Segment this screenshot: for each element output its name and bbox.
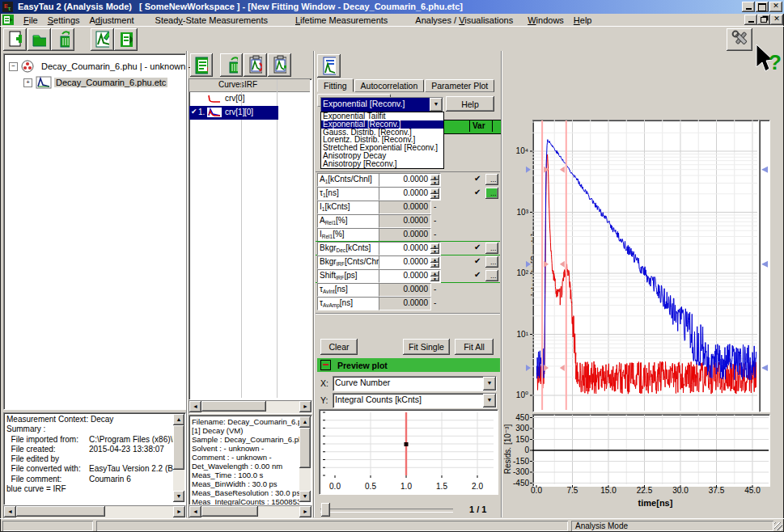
title-bar[interactable]: E τ EasyTau 2 (Analysis Mode) [ SomeNewW… — [0, 0, 784, 14]
fileinfo-vscrollbar[interactable]: ▲ ▼ — [299, 416, 311, 502]
curve-row[interactable]: crv[0] — [189, 92, 313, 106]
decay-curve-icon — [36, 76, 52, 91]
menu-windows[interactable]: Windows — [523, 15, 569, 25]
curve-slider-thumb[interactable] — [321, 503, 330, 517]
irf-column-header[interactable]: IRF — [244, 80, 257, 89]
param-vary-checkbox[interactable]: ✔ — [474, 270, 481, 279]
save-report-button[interactable] — [190, 53, 213, 77]
param-more-button[interactable]: ... — [485, 256, 498, 268]
remove-from-clipboard-button[interactable] — [244, 53, 267, 77]
mdi-close-button[interactable]: ✕ — [770, 15, 783, 25]
cursor-handle[interactable] — [526, 167, 531, 173]
tree-item-label[interactable]: Decay_Coumarin_6.phu | - unknown - — [40, 61, 193, 71]
menu-settings[interactable]: Settings — [43, 15, 85, 25]
file-info-panel: Filename: Decay_Coumarin_6.phu.e[1] Deca… — [189, 415, 312, 505]
menu-lifetime-measurements[interactable]: Lifetime Measurements — [290, 15, 392, 25]
param-value-input[interactable]: 0.0000▲▼ — [379, 269, 441, 283]
close-button[interactable]: ✕ — [769, 2, 782, 12]
svg-text:?: ? — [769, 50, 782, 74]
curves-hscrollbar[interactable]: ◄ ► — [189, 400, 312, 414]
tree-item-label[interactable]: Decay_Coumarin_6.phu.etc — [54, 78, 167, 87]
report-button[interactable] — [317, 54, 341, 78]
measurement-context-panel: Measurement Context: DecaySummary : File… — [3, 412, 186, 505]
y-axis-select[interactable]: Integral Counts [kCnts] ▼ — [333, 393, 497, 408]
y-tick-label: 10¹ — [509, 330, 528, 339]
param-value-input[interactable]: 0.0000▲▼ — [379, 255, 441, 269]
add-to-clipboard-button[interactable] — [268, 53, 291, 77]
param-value-input[interactable]: 0.0000▲▼ — [379, 187, 441, 201]
param-more-button[interactable]: ... — [485, 243, 498, 254]
x-axis-select[interactable]: Curve Number ▼ — [333, 376, 497, 391]
param-error: - — [434, 188, 436, 197]
main-plot[interactable] — [532, 120, 759, 412]
context-hscrollbar[interactable]: ◄ ► — [3, 505, 186, 519]
menu-steady-state-measurements[interactable]: Steady-State Measurements — [150, 15, 273, 25]
param-value-input[interactable]: 0.0000▲▼ — [379, 242, 441, 255]
y-axis-label: Y: — [320, 395, 328, 405]
param-vary-checkbox[interactable]: ✔ — [474, 243, 481, 251]
clipboard-add-icon — [273, 55, 286, 75]
curve-slider-track[interactable] — [320, 509, 453, 513]
open-workspace-button[interactable] — [28, 28, 51, 51]
tools-button[interactable] — [727, 28, 752, 51]
tab-parameter-plot[interactable]: Parameter Plot — [425, 79, 494, 92]
model-dropdown-list: Exponential TailfitExponential [Reconv.]… — [320, 112, 444, 169]
minimize-button[interactable] — [742, 2, 755, 12]
menu-file[interactable]: File — [19, 15, 43, 25]
help-button[interactable]: Help — [446, 96, 494, 112]
chevron-down-icon[interactable]: ▼ — [483, 377, 496, 391]
cursor-handle[interactable] — [526, 365, 531, 371]
menu-help[interactable]: Help — [569, 15, 597, 25]
mdi-minimize-button[interactable] — [744, 15, 757, 25]
fit-single-button[interactable]: Fit Single — [403, 339, 450, 355]
workspace-tree-panel: −Decay_Coumarin_6.phu | - unknown -+Deca… — [3, 53, 186, 410]
chevron-down-icon[interactable]: ▼ — [430, 98, 443, 112]
time-tick: 37.5 — [705, 486, 727, 495]
minus-expander-icon[interactable]: − — [9, 62, 18, 71]
curve-page-indicator: 1 / 1 — [469, 505, 486, 514]
context-vscrollbar[interactable]: ▲ ▼ — [173, 414, 184, 502]
blue-red-curve-icon — [207, 108, 222, 119]
delete-button[interactable] — [51, 28, 74, 51]
residuals-plot[interactable] — [532, 414, 770, 487]
param-more-button[interactable]: ... — [485, 188, 498, 199]
maximize-button[interactable] — [756, 2, 769, 12]
cursor-handle-track[interactable] — [759, 120, 770, 412]
param-value-input[interactable]: 0.0000▲▼ — [379, 173, 441, 187]
param-more-button[interactable]: ... — [485, 270, 498, 281]
collapse-icon[interactable] — [320, 360, 331, 370]
fit-all-button[interactable]: Fit All — [455, 339, 494, 355]
mdi-child-icon[interactable] — [2, 15, 14, 25]
delete-curve-button[interactable] — [220, 53, 243, 77]
curve-row[interactable]: ✔1.crv[1][0] — [189, 106, 278, 120]
menu-analyses-visualisations[interactable]: Analyses / Visualisations — [410, 15, 518, 25]
chevron-down-icon[interactable]: ▼ — [483, 394, 496, 407]
resid-y-tick: 150 — [506, 435, 529, 444]
menu-adjustment[interactable]: Adjustment — [85, 15, 139, 25]
tab-fitting[interactable]: Fitting — [317, 78, 354, 92]
param-error: - — [434, 285, 436, 293]
curves-column-header[interactable]: Curves — [218, 80, 244, 89]
y-tick-label: 10⁴ — [509, 146, 528, 155]
param-vary-checkbox[interactable]: ✔ — [474, 174, 481, 183]
resize-grip[interactable] — [774, 522, 782, 530]
menu-bar: FileSettingsAdjustmentSteady-State Measu… — [0, 14, 784, 26]
apply-button[interactable] — [114, 28, 138, 51]
param-vary-checkbox[interactable]: ✔ — [474, 188, 481, 196]
clear-button[interactable]: Clear — [320, 339, 358, 355]
mdi-restore-button[interactable] — [757, 15, 770, 25]
tree-item[interactable]: +Decay_Coumarin_6.phu.etc — [23, 75, 205, 91]
tree-item[interactable]: −Decay_Coumarin_6.phu | - unknown - — [9, 59, 190, 75]
plus-expander-icon[interactable]: + — [23, 78, 32, 87]
param-value: 0.0000 — [379, 228, 431, 242]
param-vary-checkbox[interactable]: ✔ — [474, 256, 481, 265]
edit-curve-button[interactable] — [91, 28, 114, 51]
param-more-button[interactable]: ... — [485, 174, 498, 185]
file-info-line: Sample : Decay_Coumarin_6.phu — [192, 435, 299, 444]
context-line: blue curve = IRF — [6, 484, 173, 494]
model-option[interactable]: Anisotropy [Reconv.] — [321, 160, 443, 168]
model-select[interactable]: Exponential [Reconv.] ▼ — [320, 97, 443, 112]
tab-autocorrelation[interactable]: Autocorrelation — [354, 79, 425, 92]
fileinfo-hscrollbar[interactable]: ◄ ► — [189, 505, 312, 519]
new-file-button[interactable] — [3, 28, 27, 51]
